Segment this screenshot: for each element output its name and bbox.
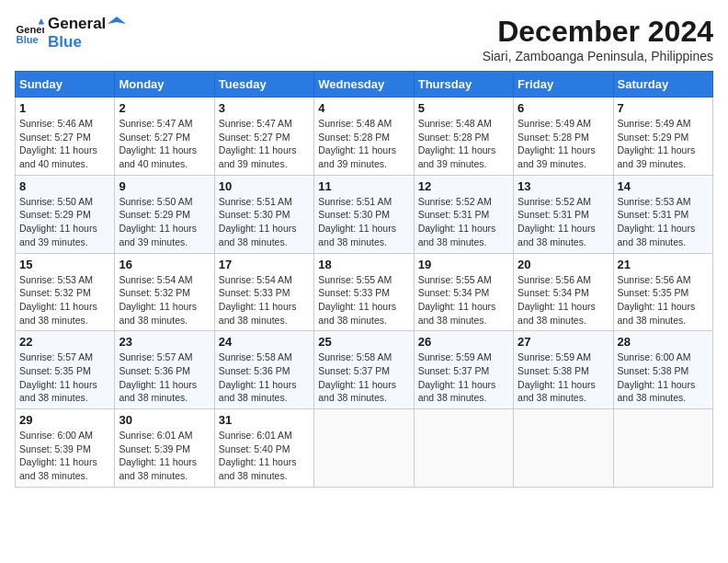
day-info: Sunrise: 5:51 AM Sunset: 5:30 PM Dayligh… — [219, 195, 310, 249]
day-info: Sunrise: 5:53 AM Sunset: 5:32 PM Dayligh… — [19, 273, 110, 327]
calendar-cell: 30 Sunrise: 6:01 AM Sunset: 5:39 PM Dayl… — [115, 409, 214, 488]
calendar-cell: 15 Sunrise: 5:53 AM Sunset: 5:32 PM Dayl… — [16, 253, 115, 331]
calendar-cell: 23 Sunrise: 5:57 AM Sunset: 5:36 PM Dayl… — [115, 331, 214, 409]
header-wednesday: Wednesday — [314, 72, 414, 98]
calendar-cell: 31 Sunrise: 6:01 AM Sunset: 5:40 PM Dayl… — [214, 409, 313, 488]
svg-marker-3 — [108, 17, 126, 24]
day-info: Sunrise: 5:47 AM Sunset: 5:27 PM Dayligh… — [119, 117, 210, 171]
day-number: 27 — [518, 335, 609, 349]
day-info: Sunrise: 5:49 AM Sunset: 5:28 PM Dayligh… — [518, 117, 609, 171]
month-title: December 2024 — [483, 15, 713, 49]
day-info: Sunrise: 5:52 AM Sunset: 5:31 PM Dayligh… — [518, 195, 609, 249]
calendar-cell: 16 Sunrise: 5:54 AM Sunset: 5:32 PM Dayl… — [115, 253, 214, 331]
day-info: Sunrise: 5:51 AM Sunset: 5:30 PM Dayligh… — [318, 195, 409, 249]
header-sunday: Sunday — [16, 72, 115, 98]
day-number: 24 — [219, 335, 310, 349]
logo-general: General — [48, 15, 106, 33]
day-number: 22 — [19, 335, 110, 349]
header-friday: Friday — [514, 72, 613, 98]
svg-marker-2 — [39, 18, 44, 24]
calendar-cell: 26 Sunrise: 5:59 AM Sunset: 5:37 PM Dayl… — [414, 331, 513, 409]
day-info: Sunrise: 5:50 AM Sunset: 5:29 PM Dayligh… — [19, 195, 110, 249]
calendar-cell: 21 Sunrise: 5:56 AM Sunset: 5:35 PM Dayl… — [613, 253, 712, 331]
calendar-cell: 11 Sunrise: 5:51 AM Sunset: 5:30 PM Dayl… — [314, 175, 414, 253]
day-number: 14 — [618, 179, 709, 193]
calendar-cell: 1 Sunrise: 5:46 AM Sunset: 5:27 PM Dayli… — [16, 98, 115, 176]
day-number: 10 — [219, 179, 310, 193]
calendar-cell: 27 Sunrise: 5:59 AM Sunset: 5:38 PM Dayl… — [514, 331, 613, 409]
day-info: Sunrise: 5:49 AM Sunset: 5:29 PM Dayligh… — [618, 117, 709, 171]
calendar-cell — [414, 409, 513, 488]
day-info: Sunrise: 5:50 AM Sunset: 5:29 PM Dayligh… — [119, 195, 210, 249]
calendar-cell: 25 Sunrise: 5:58 AM Sunset: 5:37 PM Dayl… — [314, 331, 414, 409]
day-info: Sunrise: 5:48 AM Sunset: 5:28 PM Dayligh… — [318, 117, 409, 171]
header-tuesday: Tuesday — [214, 72, 313, 98]
day-info: Sunrise: 6:00 AM Sunset: 5:38 PM Dayligh… — [618, 350, 709, 405]
day-info: Sunrise: 5:59 AM Sunset: 5:37 PM Dayligh… — [418, 350, 509, 405]
calendar-cell: 22 Sunrise: 5:57 AM Sunset: 5:35 PM Dayl… — [16, 331, 115, 409]
logo: General Blue General Blue — [15, 15, 126, 52]
day-number: 13 — [518, 179, 609, 193]
day-number: 11 — [318, 179, 409, 193]
calendar-cell — [314, 409, 414, 488]
logo-bird-icon — [108, 17, 126, 31]
day-info: Sunrise: 5:56 AM Sunset: 5:34 PM Dayligh… — [518, 273, 609, 327]
calendar-week-row: 22 Sunrise: 5:57 AM Sunset: 5:35 PM Dayl… — [16, 331, 713, 409]
calendar-cell: 13 Sunrise: 5:52 AM Sunset: 5:31 PM Dayl… — [514, 175, 613, 253]
day-number: 5 — [418, 101, 509, 115]
day-info: Sunrise: 5:57 AM Sunset: 5:36 PM Dayligh… — [119, 350, 210, 405]
day-number: 4 — [318, 101, 409, 115]
day-info: Sunrise: 5:48 AM Sunset: 5:28 PM Dayligh… — [418, 117, 509, 171]
location-subtitle: Siari, Zamboanga Peninsula, Philippines — [483, 49, 713, 63]
day-info: Sunrise: 6:00 AM Sunset: 5:39 PM Dayligh… — [19, 429, 110, 483]
day-info: Sunrise: 5:54 AM Sunset: 5:32 PM Dayligh… — [119, 273, 210, 327]
day-number: 9 — [119, 179, 210, 193]
logo-blue: Blue — [48, 33, 126, 52]
logo-icon: General Blue — [15, 18, 44, 48]
header: General Blue General Blue December 2024 … — [15, 15, 713, 63]
day-number: 23 — [119, 335, 210, 349]
calendar-cell: 7 Sunrise: 5:49 AM Sunset: 5:29 PM Dayli… — [613, 98, 712, 176]
day-info: Sunrise: 5:55 AM Sunset: 5:34 PM Dayligh… — [418, 273, 509, 327]
calendar-cell: 8 Sunrise: 5:50 AM Sunset: 5:29 PM Dayli… — [16, 175, 115, 253]
calendar-table: Sunday Monday Tuesday Wednesday Thursday… — [15, 71, 713, 488]
calendar-cell: 10 Sunrise: 5:51 AM Sunset: 5:30 PM Dayl… — [214, 175, 313, 253]
day-number: 30 — [119, 413, 210, 427]
day-info: Sunrise: 6:01 AM Sunset: 5:39 PM Dayligh… — [119, 429, 210, 483]
day-info: Sunrise: 5:58 AM Sunset: 5:36 PM Dayligh… — [219, 350, 310, 405]
calendar-cell: 17 Sunrise: 5:54 AM Sunset: 5:33 PM Dayl… — [214, 253, 313, 331]
day-number: 31 — [219, 413, 310, 427]
day-info: Sunrise: 6:01 AM Sunset: 5:40 PM Dayligh… — [219, 429, 310, 483]
calendar-week-row: 29 Sunrise: 6:00 AM Sunset: 5:39 PM Dayl… — [16, 409, 713, 488]
day-info: Sunrise: 5:52 AM Sunset: 5:31 PM Dayligh… — [418, 195, 509, 249]
day-number: 12 — [418, 179, 509, 193]
day-number: 20 — [518, 258, 609, 271]
day-info: Sunrise: 5:47 AM Sunset: 5:27 PM Dayligh… — [219, 117, 310, 171]
day-number: 26 — [418, 335, 509, 349]
day-number: 19 — [418, 258, 509, 271]
calendar-cell: 9 Sunrise: 5:50 AM Sunset: 5:29 PM Dayli… — [115, 175, 214, 253]
header-thursday: Thursday — [414, 72, 513, 98]
day-number: 29 — [19, 413, 110, 427]
calendar-cell: 28 Sunrise: 6:00 AM Sunset: 5:38 PM Dayl… — [613, 331, 712, 409]
day-info: Sunrise: 5:57 AM Sunset: 5:35 PM Dayligh… — [19, 350, 110, 405]
day-info: Sunrise: 5:58 AM Sunset: 5:37 PM Dayligh… — [318, 350, 409, 405]
day-number: 8 — [19, 179, 110, 193]
day-info: Sunrise: 5:55 AM Sunset: 5:33 PM Dayligh… — [318, 273, 409, 327]
day-number: 16 — [119, 258, 210, 271]
header-saturday: Saturday — [613, 72, 712, 98]
day-number: 1 — [19, 101, 110, 115]
day-number: 3 — [219, 101, 310, 115]
title-area: December 2024 Siari, Zamboanga Peninsula… — [483, 15, 713, 63]
calendar-cell: 5 Sunrise: 5:48 AM Sunset: 5:28 PM Dayli… — [414, 98, 513, 176]
calendar-cell: 18 Sunrise: 5:55 AM Sunset: 5:33 PM Dayl… — [314, 253, 414, 331]
day-info: Sunrise: 5:53 AM Sunset: 5:31 PM Dayligh… — [618, 195, 709, 249]
calendar-week-row: 1 Sunrise: 5:46 AM Sunset: 5:27 PM Dayli… — [16, 98, 713, 176]
day-number: 25 — [318, 335, 409, 349]
calendar-cell — [613, 409, 712, 488]
day-info: Sunrise: 5:46 AM Sunset: 5:27 PM Dayligh… — [19, 117, 110, 171]
day-number: 6 — [518, 101, 609, 115]
day-number: 2 — [119, 101, 210, 115]
calendar-week-row: 8 Sunrise: 5:50 AM Sunset: 5:29 PM Dayli… — [16, 175, 713, 253]
day-info: Sunrise: 5:54 AM Sunset: 5:33 PM Dayligh… — [219, 273, 310, 327]
